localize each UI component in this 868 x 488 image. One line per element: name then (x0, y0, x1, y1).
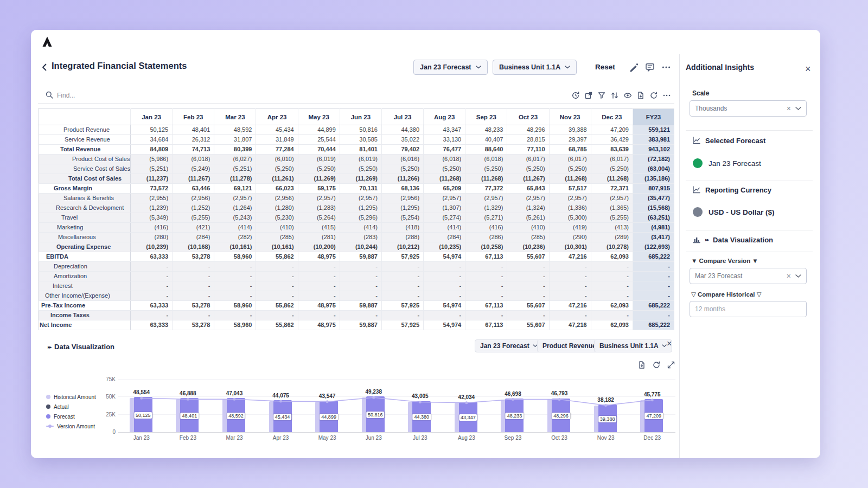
grid-cell[interactable]: (2,957) (549, 194, 591, 203)
grid-cell-total[interactable]: 559,121 (633, 125, 674, 135)
compare-version-select[interactable]: Mar 23 Forecast × (690, 268, 807, 284)
grid-cell[interactable]: 59,887 (340, 301, 381, 311)
grid-cell-total[interactable]: 685,222 (633, 252, 674, 262)
grid-cell[interactable]: - (298, 272, 340, 281)
grid-cell[interactable]: (2,955) (131, 194, 173, 203)
grid-cell[interactable]: 57,925 (381, 320, 423, 330)
grid-cell[interactable]: 48,401 (173, 125, 214, 135)
grid-cell[interactable]: 63,446 (173, 184, 214, 194)
grid-cell-total[interactable]: (135,186) (633, 174, 674, 184)
grid-cell[interactable]: (1,336) (549, 203, 591, 213)
grid-cell[interactable]: (5,249) (173, 164, 214, 174)
grid-cell[interactable]: (10,212) (381, 242, 423, 252)
row-label[interactable]: Product Cost of Sales (39, 155, 131, 164)
grid-cell[interactable]: (10,161) (256, 242, 298, 252)
grid-cell[interactable]: (1,280) (256, 203, 298, 213)
grid-cell[interactable]: (5,271) (465, 213, 507, 223)
grid-cell[interactable]: 48,233 (465, 125, 507, 135)
grid-cell[interactable]: (6,010) (256, 155, 298, 164)
grid-cell[interactable]: 40,407 (465, 135, 507, 145)
grid-cell[interactable]: 54,974 (424, 301, 465, 311)
grid-cell[interactable]: - (465, 311, 507, 320)
row-label[interactable]: Depreciation (39, 262, 131, 272)
grid-cell[interactable]: 43,347 (424, 125, 465, 135)
grid-cell[interactable]: (2,956) (173, 194, 214, 203)
grid-cell[interactable]: (1,264) (214, 203, 256, 213)
row-label[interactable]: Interest (39, 281, 131, 291)
row-label[interactable]: EBITDA (39, 252, 131, 262)
refresh-button[interactable] (649, 91, 658, 100)
grid-cell[interactable]: 63,333 (131, 252, 173, 262)
grid-cell[interactable]: (418) (381, 223, 423, 233)
grid-cell[interactable]: 55,862 (256, 301, 298, 311)
grid-cell[interactable]: (288) (381, 233, 423, 242)
grid-cell[interactable]: (11,261) (256, 174, 298, 184)
grid-cell[interactable]: 48,592 (214, 125, 256, 135)
grid-cell[interactable]: 53,278 (173, 301, 214, 311)
grid-cell[interactable]: - (131, 281, 173, 291)
scale-select[interactable]: Thousands × (690, 100, 807, 117)
grid-cell[interactable]: 36,429 (591, 135, 633, 145)
grid-cell[interactable]: 30,585 (340, 135, 381, 145)
grid-cell[interactable]: (5,349) (131, 213, 173, 223)
grid-cell[interactable]: - (507, 272, 549, 281)
grid-cell[interactable]: (6,018) (173, 155, 214, 164)
find-input[interactable] (56, 89, 145, 102)
grid-cell-total[interactable]: 685,222 (633, 301, 674, 311)
grid-cell[interactable]: (282) (214, 233, 256, 242)
grid-cell[interactable]: (5,261) (507, 213, 549, 223)
grid-cell[interactable]: (416) (131, 223, 173, 233)
compare-historical-input[interactable] (690, 301, 807, 317)
comment-button[interactable] (645, 62, 655, 72)
grid-cell[interactable]: (6,016) (381, 155, 423, 164)
grid-cell[interactable]: - (173, 311, 214, 320)
grid-cell[interactable]: - (591, 272, 633, 281)
grid-cell[interactable]: - (549, 272, 591, 281)
grid-cell[interactable]: - (256, 272, 298, 281)
grid-cell-total[interactable]: - (633, 281, 674, 291)
grid-cell[interactable]: (11,237) (131, 174, 173, 184)
grid-cell[interactable]: (1,283) (298, 203, 340, 213)
filter-button[interactable] (597, 91, 606, 100)
grid-cell[interactable]: (5,250) (256, 164, 298, 174)
compare-historical-label[interactable]: ▽ Compare Historical ▽ (691, 291, 762, 298)
grid-cell[interactable]: (11,268) (424, 174, 465, 184)
chart-expand-button[interactable] (667, 361, 675, 369)
row-label[interactable]: Gross Margin (39, 184, 131, 194)
grid-cell[interactable]: - (381, 291, 423, 301)
grid-cell[interactable]: - (298, 281, 340, 291)
row-label[interactable]: Operating Expense (39, 242, 131, 252)
selected-forecast-value-row[interactable]: Jan 23 Forecast (693, 158, 761, 168)
grid-cell[interactable]: 77,284 (256, 145, 298, 155)
grid-cell[interactable]: (11,268) (549, 174, 591, 184)
grid-cell[interactable]: (284) (424, 233, 465, 242)
grid-cell-total[interactable]: (4,981) (633, 223, 674, 233)
grid-cell[interactable]: - (173, 262, 214, 272)
open-in-new-button[interactable] (584, 91, 593, 100)
grid-cell-total[interactable]: 685,222 (633, 320, 674, 330)
row-label[interactable]: Income Taxes (39, 311, 131, 320)
grid-cell-total[interactable]: (15,568) (633, 203, 674, 213)
grid-cell[interactable]: 62,093 (591, 301, 633, 311)
column-header[interactable]: Jan 23 (131, 109, 173, 125)
grid-cell[interactable]: (414) (214, 223, 256, 233)
grid-cell[interactable]: (11,267) (507, 174, 549, 184)
grid-cell[interactable]: (5,250) (424, 164, 465, 174)
grid-cell[interactable]: - (173, 291, 214, 301)
grid-cell[interactable]: (6,019) (298, 155, 340, 164)
grid-cell[interactable]: 29,397 (549, 135, 591, 145)
grid-cell[interactable]: (410) (256, 223, 298, 233)
grid-cell[interactable]: (416) (465, 223, 507, 233)
grid-cell[interactable]: (6,018) (465, 155, 507, 164)
grid-cell[interactable]: (5,250) (591, 164, 633, 174)
grid-cell[interactable]: (11,269) (340, 174, 381, 184)
grid-cell[interactable]: - (340, 272, 381, 281)
row-label[interactable]: Miscellaneous (39, 233, 131, 242)
viz-close-button[interactable]: × (663, 338, 675, 349)
grid-cell[interactable]: (414) (340, 223, 381, 233)
grid-cell[interactable]: (280) (131, 233, 173, 242)
show-hide-button[interactable] (623, 91, 632, 100)
grid-cell[interactable]: (6,027) (214, 155, 256, 164)
grid-cell[interactable]: (2,957) (591, 194, 633, 203)
grid-cell[interactable]: - (549, 291, 591, 301)
